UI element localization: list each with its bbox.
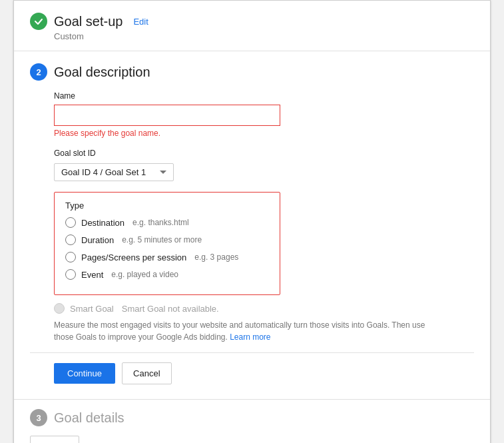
- slot-id-dropdown[interactable]: Goal ID 4 / Goal Set 1: [54, 163, 174, 181]
- type-destination-radio[interactable]: [65, 217, 76, 228]
- goal-description-header: 2 Goal description: [30, 63, 474, 81]
- type-pages-label: Pages/Screens per session: [81, 252, 186, 262]
- type-destination-hint: e.g. thanks.html: [132, 218, 189, 227]
- type-duration-radio[interactable]: [65, 234, 76, 245]
- divider-1: [30, 352, 474, 353]
- continue-button[interactable]: Continue: [54, 363, 115, 384]
- name-error-message: Please specify the goal name.: [54, 129, 474, 138]
- main-container: Goal set-up Edit Custom 2 Goal descripti…: [13, 0, 491, 443]
- smart-goal-label: Smart Goal: [70, 304, 114, 314]
- goal-details-header: 3 Goal details: [30, 409, 474, 426]
- goal-setup-section: Goal set-up Edit Custom: [14, 1, 490, 51]
- edit-link[interactable]: Edit: [133, 17, 148, 27]
- learn-more-link[interactable]: Learn more: [230, 332, 270, 342]
- slot-id-value: Goal ID 4 / Goal Set 1: [61, 167, 146, 177]
- action-buttons-row: Continue Cancel: [54, 362, 474, 384]
- goal-description-title: Goal description: [54, 65, 150, 80]
- check-icon: [30, 13, 47, 30]
- slot-id-field-group: Goal slot ID Goal ID 4 / Goal Set 1: [54, 149, 474, 181]
- type-box: Type Destination e.g. thanks.html Durati…: [54, 192, 280, 295]
- goal-setup-header: Goal set-up Edit: [30, 13, 474, 30]
- type-pages-radio[interactable]: [65, 252, 76, 262]
- smart-goal-description: Measure the most engaged visits to your …: [54, 319, 440, 343]
- dropdown-arrow-icon: [160, 171, 166, 174]
- type-duration-row: Duration e.g. 5 minutes or more: [65, 234, 269, 245]
- type-pages-hint: e.g. 3 pages: [194, 252, 238, 262]
- goal-details-section: 3 Goal details Cancel: [14, 399, 490, 443]
- goal-setup-title: Goal set-up: [54, 14, 123, 29]
- goal-description-section: 2 Goal description Name Please specify t…: [14, 51, 490, 399]
- goal-setup-subtitle: Custom: [54, 31, 474, 41]
- goal-details-number-badge: 3: [30, 409, 47, 426]
- goal-name-input[interactable]: [54, 105, 280, 126]
- type-duration-hint: e.g. 5 minutes or more: [122, 235, 202, 244]
- type-destination-label: Destination: [81, 218, 125, 228]
- type-destination-row: Destination e.g. thanks.html: [65, 217, 269, 228]
- section-number-badge: 2: [30, 63, 47, 81]
- smart-goal-sub: Smart Goal not available.: [122, 304, 219, 314]
- cancel-button[interactable]: Cancel: [122, 362, 171, 384]
- name-field-group: Name Please specify the goal name.: [54, 91, 474, 138]
- type-event-row: Event e.g. played a video: [65, 269, 269, 280]
- smart-goal-radio-disabled: [54, 303, 65, 314]
- type-pages-row: Pages/Screens per session e.g. 3 pages: [65, 252, 269, 262]
- type-duration-label: Duration: [81, 235, 114, 245]
- name-label: Name: [54, 91, 474, 101]
- type-event-hint: e.g. played a video: [111, 270, 178, 279]
- smart-goal-row: Smart Goal Smart Goal not available.: [54, 303, 474, 314]
- type-event-radio[interactable]: [65, 269, 76, 280]
- slot-id-label: Goal slot ID: [54, 149, 474, 158]
- type-event-label: Event: [81, 270, 103, 280]
- cancel-bottom-button[interactable]: Cancel: [30, 436, 79, 443]
- type-title: Type: [65, 201, 269, 211]
- goal-details-title: Goal details: [54, 410, 125, 426]
